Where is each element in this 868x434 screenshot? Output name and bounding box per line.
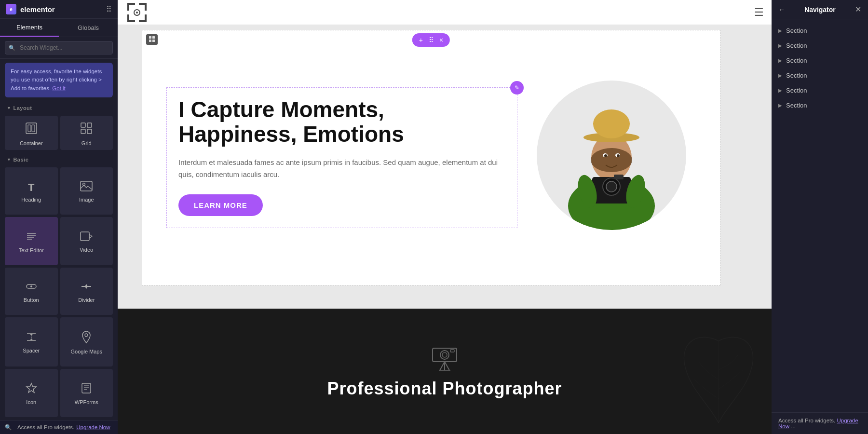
pro-photographer-text: Professional Photographer xyxy=(327,379,562,399)
nav-item-section-6[interactable]: ▶ Section xyxy=(772,98,868,113)
search-input[interactable] xyxy=(5,41,113,54)
image-label: Image xyxy=(79,197,94,203)
svg-rect-33 xyxy=(145,3,147,11)
nav-item-label-4: Section xyxy=(786,72,807,79)
svg-rect-6 xyxy=(87,129,92,134)
svg-point-49 xyxy=(591,148,632,172)
widget-divider[interactable]: Divider xyxy=(60,268,113,315)
spacer-icon xyxy=(25,332,38,345)
hamburger-icon[interactable]: ⠿ xyxy=(106,5,112,14)
navigator-bottom: Access all Pro widgets. Upgrade Now ... xyxy=(772,412,868,434)
upgrade-link[interactable]: Upgrade Now xyxy=(76,424,110,430)
nav-item-section-2[interactable]: ▶ Section xyxy=(772,38,868,53)
nav-item-section-4[interactable]: ▶ Section xyxy=(772,68,868,83)
widget-button[interactable]: Button xyxy=(5,268,58,315)
grid-icon xyxy=(80,122,93,137)
svg-point-39 xyxy=(136,12,138,14)
svg-rect-31 xyxy=(127,3,129,11)
google-maps-icon xyxy=(81,331,92,346)
heading-label: Heading xyxy=(21,197,41,203)
canvas-top-bar: ☰ xyxy=(118,0,772,25)
svg-point-48 xyxy=(593,109,630,138)
svg-marker-14 xyxy=(89,234,92,238)
search-icon-bottom: 🔍 xyxy=(5,424,12,431)
widget-wpforms[interactable]: WPForms xyxy=(60,369,113,417)
search-wrap xyxy=(5,41,113,54)
hero-edit-btn[interactable]: ✎ xyxy=(510,81,524,95)
wpforms-icon xyxy=(81,382,92,396)
main-canvas: ☰ + ⠿ × ✎ xyxy=(118,0,772,434)
svg-point-16 xyxy=(30,285,32,287)
basic-section-label: Basic xyxy=(0,153,118,164)
section-add-btn[interactable]: + xyxy=(416,35,426,45)
nav-item-section-5[interactable]: ▶ Section xyxy=(772,83,868,98)
nav-item-arrow-1: ▶ xyxy=(778,28,782,33)
button-icon xyxy=(25,281,38,294)
camera-focus-icon xyxy=(125,1,149,24)
widget-heading[interactable]: T Heading xyxy=(5,167,58,215)
tab-globals[interactable]: Globals xyxy=(59,19,118,37)
nav-item-label-2: Section xyxy=(786,42,807,49)
svg-rect-67 xyxy=(450,350,454,352)
info-banner: For easy access, favorite the widgets yo… xyxy=(5,63,113,97)
divider-label: Divider xyxy=(78,297,95,303)
widget-spacer[interactable]: Spacer xyxy=(5,317,58,366)
nav-item-label-5: Section xyxy=(786,87,807,94)
logo-text: elementor xyxy=(20,5,55,14)
tabs-row: Elements Globals xyxy=(0,19,118,37)
section-move-btn[interactable]: ⠿ xyxy=(426,35,436,45)
hero-circle-bg xyxy=(537,81,686,230)
svg-point-56 xyxy=(606,181,617,192)
icon-label: Icon xyxy=(26,399,36,405)
nav-item-arrow-4: ▶ xyxy=(778,73,782,78)
svg-rect-42 xyxy=(149,40,151,42)
svg-rect-7 xyxy=(81,181,92,191)
widget-container[interactable]: Container xyxy=(5,116,58,150)
section-type-icon[interactable] xyxy=(146,34,158,45)
svg-point-52 xyxy=(604,154,607,157)
svg-point-53 xyxy=(617,154,620,157)
nav-item-label-6: Section xyxy=(786,102,807,109)
svg-rect-35 xyxy=(127,14,129,22)
svg-rect-41 xyxy=(152,36,155,39)
svg-point-62 xyxy=(442,353,447,357)
svg-point-61 xyxy=(440,351,449,359)
widget-video[interactable]: Video xyxy=(60,217,113,265)
widget-grid[interactable]: Grid xyxy=(60,116,113,150)
svg-point-24 xyxy=(85,334,88,337)
logo: e elementor xyxy=(6,4,55,14)
section-close-btn[interactable]: × xyxy=(436,35,446,45)
nav-item-label-3: Section xyxy=(786,57,807,64)
widget-icon[interactable]: Icon xyxy=(5,369,58,417)
svg-rect-5 xyxy=(81,129,85,134)
tab-elements[interactable]: Elements xyxy=(0,19,59,37)
nav-item-section-1[interactable]: ▶ Section xyxy=(772,23,868,38)
svg-rect-0 xyxy=(26,123,37,134)
navigator-close-btn[interactable]: ✕ xyxy=(855,5,861,14)
hero-section-inner: ✎ I Capture Moments, Happiness, Emotions… xyxy=(142,30,720,285)
hero-text-column: ✎ I Capture Moments, Happiness, Emotions… xyxy=(166,87,517,228)
hero-image-column xyxy=(532,71,696,244)
layout-section-label: Layout xyxy=(0,101,118,113)
left-panel: e elementor ⠿ Elements Globals For easy … xyxy=(0,0,118,434)
svg-marker-25 xyxy=(27,383,36,393)
video-icon xyxy=(80,231,93,244)
navigator-items: ▶ Section ▶ Section ▶ Section ▶ Section … xyxy=(772,19,868,412)
navigator-header: ← Navigator ✕ xyxy=(772,0,868,19)
navigator-back-btn[interactable]: ← xyxy=(778,6,785,14)
widget-text-editor[interactable]: Text Editor xyxy=(5,217,58,265)
info-banner-link[interactable]: Got it xyxy=(52,85,65,91)
svg-rect-4 xyxy=(87,123,92,127)
widget-image[interactable]: Image xyxy=(60,167,113,215)
text-editor-icon xyxy=(25,231,38,244)
layout-widgets-grid: Container Grid xyxy=(0,113,118,153)
search-box xyxy=(0,37,118,59)
nav-item-section-3[interactable]: ▶ Section xyxy=(772,53,868,68)
nav-item-arrow-2: ▶ xyxy=(778,43,782,48)
svg-rect-26 xyxy=(82,383,91,393)
widget-google-maps[interactable]: Google Maps xyxy=(60,317,113,366)
spacer-label: Spacer xyxy=(23,348,40,353)
logo-icon: e xyxy=(6,4,16,14)
main-hamburger-icon[interactable]: ☰ xyxy=(754,6,764,19)
hero-cta-button[interactable]: LEARN MORE xyxy=(178,194,263,216)
